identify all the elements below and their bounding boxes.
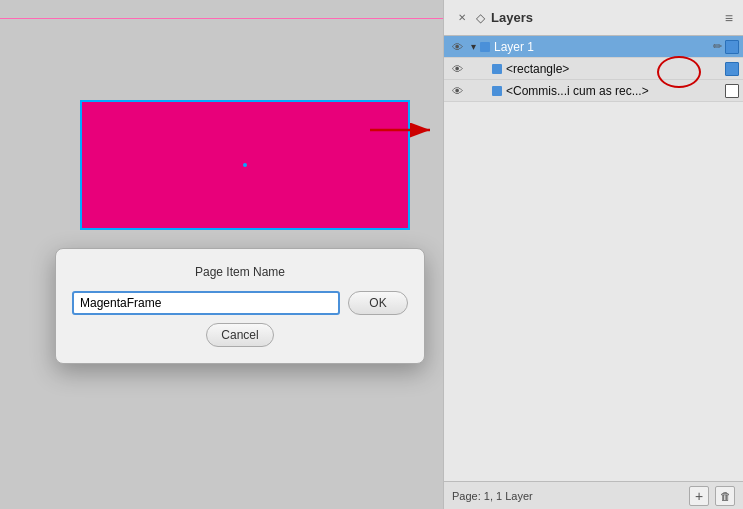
add-layer-icon: + <box>695 488 703 504</box>
footer-page-text: Page: 1, 1 Layer <box>452 490 533 502</box>
layer-name-rectangle: <rectangle> <box>506 62 721 76</box>
layers-panel: ✕ ◇ Layers ≡ 👁 ▾ Layer 1 ✏ 👁 <rectangle> <box>443 0 743 509</box>
pencil-icon-layer1[interactable]: ✏ <box>713 40 722 53</box>
layers-menu-icon[interactable]: ≡ <box>725 10 733 26</box>
center-dot <box>243 163 247 167</box>
layers-title-area: ✕ ◇ Layers <box>454 10 533 26</box>
delete-layer-icon: 🗑 <box>720 490 731 502</box>
layer-name-commis: <Commis...i cum as rec...> <box>506 84 721 98</box>
layer-color-dot-rect <box>492 64 502 74</box>
layer-actions-rect <box>725 62 739 76</box>
page-item-name-dialog: Page Item Name OK Cancel <box>55 248 425 364</box>
layer-row-commis[interactable]: 👁 <Commis...i cum as rec...> <box>444 80 743 102</box>
page-item-name-input[interactable] <box>72 291 340 315</box>
visibility-icon-layer1[interactable]: 👁 <box>448 38 466 56</box>
dialog-title: Page Item Name <box>72 265 408 279</box>
delete-layer-button[interactable]: 🗑 <box>715 486 735 506</box>
layers-spacer <box>444 259 743 482</box>
visibility-icon-commis[interactable]: 👁 <box>448 82 466 100</box>
layer-actions-layer1: ✏ <box>713 40 739 54</box>
page-icon-commis[interactable] <box>725 84 739 98</box>
layer-row-layer1[interactable]: 👁 ▾ Layer 1 ✏ <box>444 36 743 58</box>
horizontal-guide <box>0 18 443 19</box>
close-button[interactable]: ✕ <box>454 10 470 26</box>
expand-icon-commis[interactable] <box>478 84 492 98</box>
layer-row-rectangle[interactable]: 👁 <rectangle> <box>444 58 743 80</box>
dialog-cancel-row: Cancel <box>72 323 408 347</box>
annotation-arrow <box>370 100 443 180</box>
add-layer-button[interactable]: + <box>689 486 709 506</box>
magenta-rectangle[interactable] <box>80 100 410 230</box>
layers-body: 👁 ▾ Layer 1 ✏ 👁 <rectangle> 👁 <box>444 36 743 259</box>
layer-name-layer1: Layer 1 <box>494 40 709 54</box>
expand-icon-layer1[interactable]: ▾ <box>466 40 480 54</box>
cancel-button[interactable]: Cancel <box>206 323 273 347</box>
layers-header: ✕ ◇ Layers ≡ <box>444 0 743 36</box>
layers-icon: ◇ <box>476 11 485 25</box>
layers-panel-title: Layers <box>491 10 533 25</box>
page-icon-layer1-blue[interactable] <box>725 40 739 54</box>
layer-actions-commis <box>725 84 739 98</box>
visibility-icon-rect[interactable]: 👁 <box>448 60 466 78</box>
layer-color-dot-commis <box>492 86 502 96</box>
ok-button[interactable]: OK <box>348 291 408 315</box>
footer-actions: + 🗑 <box>689 486 735 506</box>
layer-color-dot-layer1 <box>480 42 490 52</box>
expand-icon-rect[interactable] <box>478 62 492 76</box>
page-icon-rect-blue[interactable] <box>725 62 739 76</box>
dialog-input-row: OK <box>72 291 408 315</box>
layers-footer: Page: 1, 1 Layer + 🗑 <box>444 481 743 509</box>
